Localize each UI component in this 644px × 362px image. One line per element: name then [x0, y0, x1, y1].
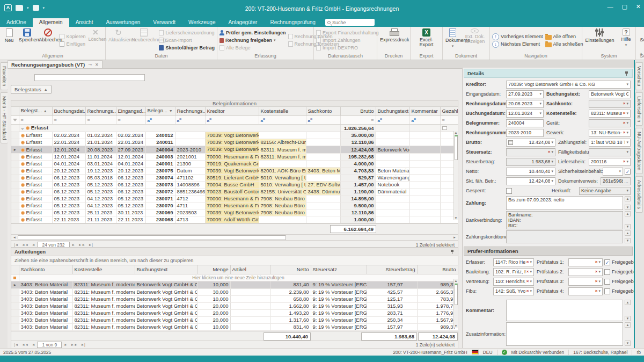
cell-buchungsdatum[interactable]: 22.01.2024 [52, 139, 85, 146]
tab-werkzeuge[interactable]: Werkzeuge [182, 18, 222, 27]
cell-sachkonto[interactable] [306, 132, 340, 139]
clear-icon[interactable]: × [595, 270, 598, 274]
lieferscheinzuordnung-button[interactable]: Lieferscheinzuordnung [159, 30, 215, 36]
clear-icon[interactable]: × [526, 289, 529, 293]
belegnummer-field[interactable]: 240004 [506, 119, 544, 127]
cell-rechnungsdatum[interactable]: 21.01.2024 [85, 139, 116, 146]
cell-rechnungsnummer[interactable]: 471102 [175, 175, 205, 182]
cell-buchungstext[interactable] [376, 161, 409, 168]
cell-belegnummer[interactable]: 230070 [145, 202, 175, 209]
cell-rechnungsdatum[interactable]: 05.12.2023 [85, 189, 116, 196]
chevron-down-icon[interactable]: ▾ [551, 169, 553, 173]
cell-steuersatz[interactable]: 9: 19 % Vorsteuer [ERG] [311, 288, 367, 295]
cell-rechnungsnummer[interactable]: Datum [175, 168, 205, 175]
herkunft-field[interactable]: Keine Angabe▾ [579, 187, 631, 195]
alle-oeffnen-button[interactable]: Alle öffnen [545, 34, 583, 40]
invoice-row[interactable]: Erfasst 12.01.2024 20.08.2023 27.09.2023… [11, 146, 458, 154]
chevron-down-icon[interactable]: ▾ [530, 260, 532, 264]
clear-icon[interactable]: × [526, 279, 529, 284]
cell-steuerbetrag[interactable]: 125,17 [367, 295, 417, 302]
cell-sachkonto[interactable]: 27: EDV-Software [306, 182, 340, 189]
invoice-row[interactable]: Erfasst 05.12.2023 04.12.2023 05.12.2023… [11, 202, 458, 209]
cell-steuerbetrag[interactable]: 157,97 [367, 323, 417, 330]
filter-rechnungsnummer[interactable]: a [175, 115, 205, 125]
chevron-down-icon[interactable]: ▾ [551, 150, 553, 154]
pager-next-page-icon[interactable]: ►► [77, 243, 86, 247]
cell-brutto[interactable]: 14.895,00 [340, 196, 376, 202]
chevron-down-icon[interactable]: ▾ [551, 140, 553, 144]
clear-icon[interactable]: × [526, 260, 529, 264]
cell-belegstatus[interactable]: Erfasst [19, 154, 52, 161]
pager-prev-icon[interactable]: ◄ [31, 243, 36, 247]
cell-steuersatz[interactable]: 9: 19 % Vorsteuer [ERG] [311, 302, 367, 309]
ext-dok-anzeigen-button[interactable]: Ext. Dok. anzeigen [462, 28, 488, 53]
cell-sachkonto[interactable] [306, 202, 340, 209]
cell-buchungstext[interactable]: Beton Material [376, 168, 409, 175]
cell-buchungsdatum[interactable]: 02.02.2024 [52, 132, 85, 139]
cell-buchungstext[interactable] [376, 154, 409, 161]
zahlungskonditionen-textarea[interactable] [506, 230, 623, 243]
cell-sachkonto[interactable] [306, 209, 340, 216]
cell-eingangsdatum[interactable]: 30.11.2023 [116, 209, 145, 216]
cell-netto[interactable]: 831,40 [270, 323, 311, 330]
cell-artikel[interactable] [230, 316, 270, 323]
cell-buchungsdatum[interactable]: 06.12.2023 [52, 182, 85, 189]
cell-rechnungsnummer[interactable]: 8851236466 [175, 189, 205, 196]
tab-allgemein[interactable]: Allgemein [33, 18, 69, 27]
right-tab-nu-auftragsdaten[interactable]: NU-Auftragsdaten [635, 128, 643, 174]
col-eingangsdatum[interactable]: Eingangsd... [116, 107, 145, 115]
cell-artikel[interactable] [230, 309, 270, 316]
cell-kommentar[interactable] [409, 168, 440, 175]
rechnung-freigeben-button[interactable]: Rechnung freigeben▾ [219, 38, 286, 44]
scroll-right-icon[interactable]: ► [451, 235, 458, 240]
chevron-down-icon[interactable]: ▾ [626, 102, 628, 106]
cell-buchungsdatum[interactable]: 06.12.2023 [52, 189, 85, 196]
neuberechnung-button[interactable]: Neuberechnung [130, 28, 158, 53]
cell-eingangsdatum[interactable]: 05.12.2023 [116, 196, 145, 202]
cell-kostenstelle[interactable]: 82311: Museum f. moderne K... [259, 154, 306, 161]
chevron-down-icon[interactable]: ▾ [539, 92, 541, 96]
kopieren-button[interactable]: Kopieren [60, 34, 85, 40]
cell-kommentar[interactable] [409, 209, 440, 216]
cell-eingangsdatum[interactable]: 02.02.2024 [116, 132, 145, 139]
cell-sachkonto[interactable] [306, 139, 340, 146]
scrollbar-thumb[interactable] [18, 235, 286, 240]
kreditor-field[interactable]: 70039: Vogt Betonwerk GmbH & Co. KG▾ [506, 81, 631, 89]
chevron-down-icon[interactable]: ▾ [626, 140, 628, 144]
cell-kostenstelle[interactable]: 7908: Neubau Büro PZE [259, 196, 306, 202]
cell-sachkonto[interactable] [306, 196, 340, 202]
cell-kommentar[interactable] [409, 161, 440, 168]
cell-rechnungsdatum[interactable]: 01.02.2024 [85, 132, 116, 139]
cell-buchungstext[interactable]: Betonwerk Vogt GmbH & Co. KG / Be... [135, 281, 197, 288]
cell-kostenstelle[interactable]: 82311: Museum f. moderne Kunst [72, 295, 135, 302]
cell-buchungsdatum[interactable]: 05.12.2023 [52, 202, 85, 209]
chevron-down-icon[interactable]: ▾ [530, 270, 532, 274]
cell-kreditor[interactable]: 70039: Vogt Betonwerk G... [205, 146, 259, 154]
cell-brutto[interactable]: 2.665,37 [417, 288, 458, 295]
pruefstatus2-field[interactable]: ×▾ [568, 268, 603, 276]
cell-kostenstelle[interactable]: 82155: Universität Göttingen -... [259, 189, 306, 196]
gewerk-field[interactable]: 13: NU-Beton- und ...×▾ [589, 129, 631, 137]
invoice-row[interactable]: Erfasst 05.12.2023 25.11.2023 30.11.2023… [11, 209, 458, 216]
cell-steuerbetrag[interactable]: 315,93 [367, 302, 417, 309]
cell-artikel[interactable] [230, 323, 270, 330]
tab-auswertungen[interactable]: Auswertungen [99, 18, 147, 27]
cell-belegstatus[interactable]: Erfasst [19, 189, 52, 196]
freigegeben1-checkbox[interactable]: ✓ [604, 259, 610, 265]
cell-rechnungsnummer[interactable]: 14008896 [175, 182, 205, 189]
clear-icon[interactable]: × [595, 260, 598, 264]
col-gezahlt[interactable]: Gezahlt [440, 107, 458, 115]
pruefer-einstellungen-button[interactable]: Prüfer gem. Einstellungen [219, 30, 286, 36]
aufteilung-row[interactable]: 3403: Beton Material 82311: Museum f. mo… [11, 323, 458, 330]
fibu-field[interactable]: 142: Süß, Yvon×▾ [493, 287, 534, 295]
chevron-down-icon[interactable]: ▾ [626, 189, 628, 193]
scroll-down-icon[interactable]: ▼ [455, 324, 458, 328]
cell-steuerbetrag[interactable]: 157,97 [367, 281, 417, 288]
cell-brutto[interactable]: 12.424,08 [340, 146, 376, 154]
cell-belegnummer[interactable]: 230071 [145, 196, 175, 202]
chevron-down-icon[interactable]: ▾ [619, 169, 621, 173]
col-steuerbetrag[interactable]: Steuerbetrag [367, 265, 417, 274]
cell-belegnummer[interactable]: 230073 [145, 182, 175, 189]
minimize-button[interactable]: — [607, 4, 613, 10]
right-tab-vorschau[interactable]: Vorschau [635, 62, 643, 90]
